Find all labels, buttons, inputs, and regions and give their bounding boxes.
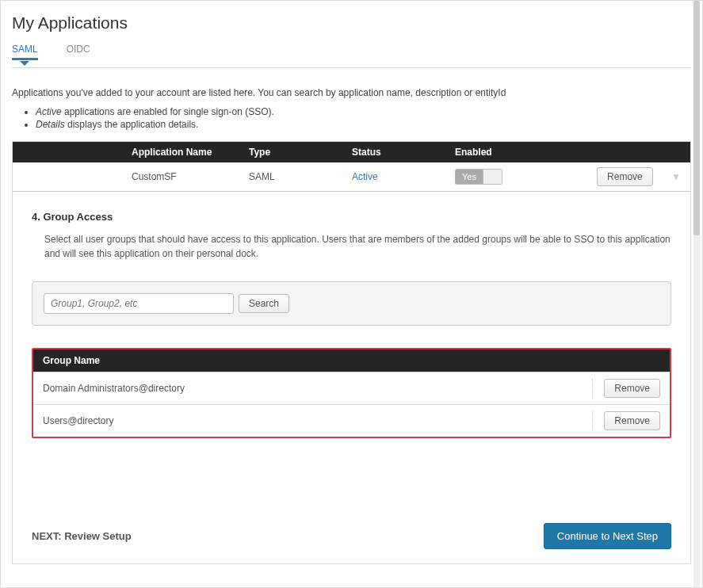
group-name-cell: Domain Administrators@directory <box>43 383 185 394</box>
bullet-item: Active applications are enabled for sing… <box>36 106 691 117</box>
group-table: Group Name Domain Administrators@directo… <box>32 348 671 438</box>
bullet-item: Details displays the application details… <box>36 119 691 130</box>
page-title: My Applications <box>12 13 691 32</box>
remove-group-button[interactable]: Remove <box>604 411 660 430</box>
cell-app-name: CustomSF <box>52 166 243 187</box>
tab-bar: SAML OIDC <box>12 44 691 59</box>
col-name-header: Application Name <box>52 142 243 162</box>
enabled-toggle-knob <box>483 170 502 184</box>
scrollbar-track[interactable] <box>693 1 700 587</box>
tab-saml-label: SAML <box>12 44 38 55</box>
app-frame: My Applications SAML OIDC Applications y… <box>0 0 703 588</box>
remove-app-button[interactable]: Remove <box>597 167 653 186</box>
divider <box>12 67 691 68</box>
wizard-footer: NEXT: Review Setup Continue to Next Step <box>32 523 671 549</box>
table-row: Users@directory Remove <box>33 404 670 437</box>
expand-row-icon[interactable]: ▼ <box>671 171 681 182</box>
cell-app-type: SAML <box>243 166 346 187</box>
bullet-text: displays the application details. <box>65 119 199 130</box>
group-access-title: 4. Group Access <box>32 211 671 223</box>
intro-text: Applications you've added to your accoun… <box>12 87 691 98</box>
tab-active-indicator-icon <box>20 61 29 66</box>
continue-button[interactable]: Continue to Next Step <box>544 523 671 549</box>
group-access-description: Select all user groups that should have … <box>44 232 671 261</box>
group-access-panel: 4. Group Access Select all user groups t… <box>12 192 691 564</box>
group-search-box: Search <box>32 281 671 326</box>
remove-group-button[interactable]: Remove <box>604 379 660 398</box>
next-step-label: NEXT: Review Setup <box>32 530 132 542</box>
intro-bullets: Active applications are enabled for sing… <box>23 106 691 130</box>
bullet-text: applications are enabled for single sign… <box>62 106 274 117</box>
bullet-em: Details <box>36 119 65 130</box>
applications-table: Application Name Type Status Enabled Cus… <box>12 141 691 192</box>
tab-oidc-label: OIDC <box>67 44 90 55</box>
group-search-button[interactable]: Search <box>239 294 289 313</box>
enabled-toggle-label: Yes <box>456 170 483 184</box>
col-action-header <box>560 142 690 162</box>
tab-saml[interactable]: SAML <box>12 44 38 59</box>
col-handle-header <box>13 142 52 162</box>
col-enabled-header: Enabled <box>449 142 560 162</box>
col-type-header: Type <box>243 142 346 162</box>
col-status-header: Status <box>346 142 449 162</box>
tab-oidc[interactable]: OIDC <box>67 44 90 59</box>
bullet-em: Active <box>36 106 62 117</box>
table-row: Domain Administrators@directory Remove <box>33 372 670 404</box>
group-search-input[interactable] <box>44 293 234 314</box>
status-link[interactable]: Active <box>352 171 378 182</box>
applications-table-header: Application Name Type Status Enabled <box>13 142 690 162</box>
group-table-header: Group Name <box>33 349 670 372</box>
group-name-cell: Users@directory <box>43 415 114 426</box>
enabled-toggle[interactable]: Yes <box>455 169 502 185</box>
scrollbar-thumb[interactable] <box>693 1 700 235</box>
row-drag-handle[interactable] <box>13 172 52 181</box>
table-row: CustomSF SAML Active Yes Remove ▼ <box>13 162 690 192</box>
